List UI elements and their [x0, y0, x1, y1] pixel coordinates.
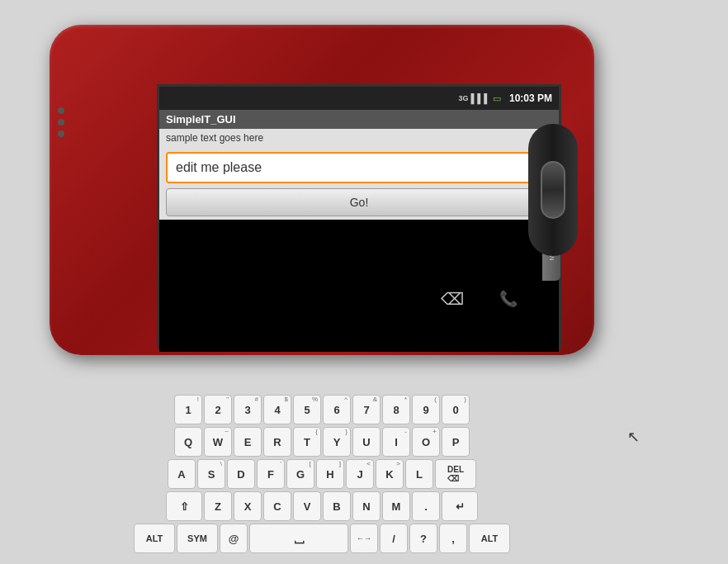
dot-1 — [58, 107, 64, 114]
key-u[interactable]: U — [352, 427, 381, 457]
key-8[interactable]: *8 — [382, 395, 410, 424]
status-icons: 3G ▌▌▌ ▭ — [459, 93, 501, 104]
key-k[interactable]: >K — [376, 459, 404, 489]
key-s[interactable]: \S — [197, 459, 225, 489]
keyboard: !1 "2 #3 $4 %5 ^6 &7 *8 (9 )0 Q ~W E R {… — [140, 395, 503, 556]
battery-icon: ▭ — [493, 93, 501, 104]
back-button-bottom[interactable]: ⌫ — [439, 286, 466, 312]
key-t[interactable]: {T — [293, 427, 321, 457]
go-button[interactable]: Go! — [166, 188, 552, 216]
key-i[interactable]: -I — [382, 427, 410, 457]
key-question[interactable]: ? — [409, 524, 437, 553]
key-enter[interactable]: ↵ — [442, 491, 478, 521]
status-time: 10:03 PM — [509, 92, 552, 104]
key-sym[interactable]: SYM — [177, 524, 218, 553]
mouse-cursor: ↖ — [627, 428, 640, 446]
key-7[interactable]: &7 — [352, 395, 381, 424]
key-x[interactable]: X — [234, 491, 262, 521]
app-subtitle: sample text goes here — [159, 129, 559, 147]
key-m[interactable]: M — [382, 491, 410, 521]
key-slash[interactable]: / — [380, 524, 408, 553]
key-b[interactable]: B — [323, 491, 351, 521]
network-icon: 3G — [459, 94, 469, 102]
key-g[interactable]: [G — [286, 459, 314, 489]
phone-left-buttons — [58, 107, 64, 137]
status-bar: 3G ▌▌▌ ▭ 10:03 PM — [159, 87, 559, 110]
app-title: SimpleIT_GUI — [166, 113, 236, 126]
key-f[interactable]: 'F — [257, 459, 285, 489]
scroll-wheel[interactable] — [528, 124, 578, 256]
key-at[interactable]: @ — [220, 524, 248, 553]
key-c[interactable]: C — [263, 491, 291, 521]
key-y[interactable]: }Y — [323, 427, 351, 457]
key-h[interactable]: ]H — [316, 459, 344, 489]
dot-3 — [58, 130, 64, 137]
key-q[interactable]: Q — [174, 427, 202, 457]
text-edit-input[interactable] — [166, 152, 552, 183]
back-icon-bottom: ⌫ — [441, 289, 464, 309]
subtitle-text: sample text goes here — [166, 132, 263, 144]
key-d[interactable]: D — [227, 459, 255, 489]
key-period[interactable]: . — [412, 491, 440, 521]
key-9[interactable]: (9 — [412, 395, 440, 424]
key-o[interactable]: +O — [412, 427, 440, 457]
key-p[interactable]: P — [442, 427, 470, 457]
key-comma[interactable]: , — [439, 524, 467, 553]
dot-2 — [58, 119, 64, 126]
phone-body: ↩ 📞 3G ▌▌▌ ▭ 10:03 PM SimpleIT_GUI sampl… — [50, 25, 594, 355]
keyboard-row-a: A \S D 'F [G ]H <J >K L DEL⌫ — [140, 459, 503, 489]
scroll-inner — [541, 161, 565, 219]
call-icon-bottom: 📞 — [499, 290, 518, 308]
key-3[interactable]: #3 — [234, 395, 262, 424]
key-alt-right[interactable]: ALT — [469, 524, 510, 553]
key-e[interactable]: E — [234, 427, 262, 457]
key-w[interactable]: ~W — [204, 427, 232, 457]
key-4[interactable]: $4 — [263, 395, 291, 424]
key-n[interactable]: N — [352, 491, 381, 521]
keyboard-row-z: ⇧ Z X C V B N M . ↵ — [140, 491, 503, 521]
nav-buttons-bottom: ⌫ 📞 — [439, 286, 522, 312]
key-5[interactable]: %5 — [293, 395, 321, 424]
keyboard-row-numbers: !1 "2 #3 $4 %5 ^6 &7 *8 (9 )0 — [140, 395, 503, 424]
key-r[interactable]: R — [263, 427, 291, 457]
keyboard-row-bottom: ALT SYM @ ⎵ ←→ / ? , ALT — [140, 524, 503, 553]
key-a[interactable]: A — [168, 459, 196, 489]
key-6[interactable]: ^6 — [323, 395, 351, 424]
key-alt-left[interactable]: ALT — [134, 524, 175, 553]
keyboard-row-q: Q ~W E R {T }Y U -I +O P — [140, 427, 503, 457]
key-v[interactable]: V — [293, 491, 321, 521]
go-button-label: Go! — [350, 196, 369, 209]
key-leftright[interactable]: ←→ — [350, 524, 378, 553]
signal-bars-icon: ▌▌▌ — [471, 93, 490, 103]
key-shift[interactable]: ⇧ — [166, 491, 202, 521]
key-l[interactable]: L — [405, 459, 433, 489]
key-space[interactable]: ⎵ — [249, 524, 348, 553]
key-z[interactable]: Z — [204, 491, 232, 521]
app-title-bar: SimpleIT_GUI — [159, 110, 559, 129]
call-button-bottom[interactable]: 📞 — [495, 286, 522, 312]
key-2[interactable]: "2 — [204, 395, 232, 424]
key-0[interactable]: )0 — [442, 395, 470, 424]
key-del[interactable]: DEL⌫ — [435, 459, 476, 489]
key-j[interactable]: <J — [346, 459, 374, 489]
key-1[interactable]: !1 — [174, 395, 202, 424]
